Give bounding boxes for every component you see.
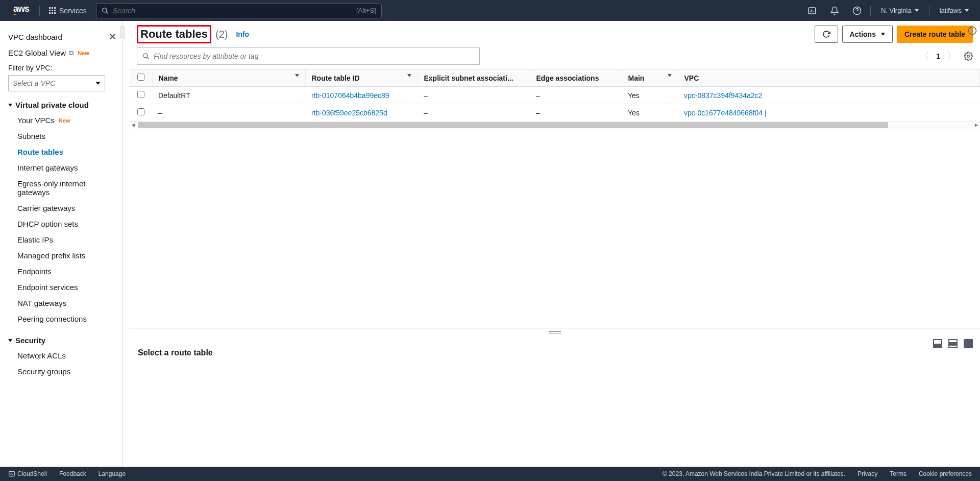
chevron-down-icon [965, 9, 969, 12]
col-name[interactable]: Name [152, 69, 305, 87]
global-search-input[interactable] [113, 7, 352, 15]
new-badge: New [78, 50, 89, 56]
cell-edge: – [530, 87, 622, 104]
sort-icon [295, 74, 299, 77]
horizontal-scrollbar[interactable]: ◄ ► [130, 122, 980, 129]
filter-vpc-placeholder: Select a VPC [13, 79, 55, 87]
actions-button[interactable]: Actions [842, 26, 893, 43]
region-label: N. Virginia [881, 7, 912, 14]
search-shortcut-hint: [Alt+S] [356, 7, 376, 14]
select-all-checkbox[interactable] [137, 74, 144, 81]
footer-cloudshell[interactable]: CloudShell [8, 470, 47, 477]
sidebar-item-internet-gateways[interactable]: Internet gateways [8, 160, 122, 176]
create-route-table-button[interactable]: Create route table [897, 26, 973, 43]
sidebar-item-network-acls[interactable]: Network ACLs [8, 348, 122, 364]
footer-privacy[interactable]: Privacy [857, 470, 877, 477]
svg-point-11 [967, 55, 970, 58]
footer: CloudShell Feedback Language © 2023, Ama… [0, 467, 980, 481]
sidebar-item-endpoints[interactable]: Endpoints [8, 263, 122, 279]
sidebar-item-peering[interactable]: Peering connections [8, 311, 122, 327]
footer-feedback[interactable]: Feedback [59, 470, 86, 477]
account-menu[interactable]: latifaws [934, 7, 975, 14]
close-sidebar-button[interactable]: ✕ [109, 31, 116, 42]
sidebar-item-carrier-gateways[interactable]: Carrier gateways [8, 200, 122, 216]
refresh-icon [822, 30, 830, 38]
sidebar-item-prefix-lists[interactable]: Managed prefix lists [8, 248, 122, 263]
col-route-table-id[interactable]: Route table ID [305, 69, 418, 87]
global-search[interactable]: [Alt+S] [96, 3, 382, 18]
col-vpc[interactable]: VPC [678, 69, 980, 87]
cloudshell-button[interactable] [803, 6, 821, 16]
search-icon [102, 7, 109, 14]
table-filter-input[interactable] [154, 52, 474, 60]
col-explicit-subnet[interactable]: Explicit subnet associati... [418, 69, 530, 87]
footer-language[interactable]: Language [99, 470, 126, 477]
region-selector[interactable]: N. Virginia [875, 7, 925, 14]
footer-cookie[interactable]: Cookie preferences [919, 470, 972, 477]
details-panel-title: Select a route table [138, 348, 972, 357]
scrollbar-thumb[interactable] [138, 122, 888, 128]
sidebar-item-egress-gateways[interactable]: Egress-only internet gateways [8, 176, 122, 200]
search-icon [142, 53, 150, 60]
sidebar-resize-handle[interactable] [122, 21, 130, 467]
services-menu-button[interactable]: Services [45, 5, 91, 17]
col-edge-assoc[interactable]: Edge associations [530, 69, 622, 87]
cell-route-table-id[interactable]: rtb-036f59ee25cb6825d [305, 104, 418, 122]
sidebar-ec2-global[interactable]: EC2 Global View ⧉ New [8, 45, 122, 61]
pager-page: 1 [936, 52, 940, 60]
notifications-button[interactable] [825, 6, 844, 16]
sidebar-item-subnets[interactable]: Subnets [8, 128, 122, 144]
chevron-down-icon [8, 339, 12, 342]
row-checkbox[interactable] [137, 91, 144, 98]
cell-explicit: – [418, 104, 530, 122]
panel-layout-full-button[interactable] [964, 339, 973, 348]
panel-layout-split-button[interactable] [948, 339, 958, 348]
pager-next[interactable]: 〉 [947, 50, 957, 62]
footer-terms[interactable]: Terms [890, 470, 906, 477]
sidebar-item-dhcp[interactable]: DHCP option sets [8, 216, 122, 232]
refresh-button[interactable] [815, 26, 838, 43]
cell-vpc[interactable]: vpc-0837c394f9434a2c2 [678, 87, 980, 104]
panel-layout-bottom-button[interactable] [933, 339, 942, 348]
chevron-down-icon [8, 104, 12, 107]
scroll-left-icon: ◄ [131, 122, 136, 128]
table-filter[interactable] [137, 47, 480, 65]
pager-prev[interactable]: 〈 [920, 50, 929, 62]
sidebar-item-security-groups[interactable]: Security groups [8, 364, 122, 379]
svg-line-10 [147, 57, 149, 59]
sidebar-item-route-tables[interactable]: Route tables [8, 144, 122, 160]
sidebar-vpc-dashboard[interactable]: VPC dashboard [8, 29, 122, 45]
cell-name: DefaultRT [152, 87, 305, 104]
aws-logo[interactable]: aws⌣ [5, 4, 34, 17]
chevron-down-icon [881, 33, 885, 36]
sidebar-section-vpc[interactable]: Virtual private cloud [8, 98, 122, 112]
sidebar: ✕ VPC dashboard EC2 Global View ⧉ New Fi… [0, 21, 122, 467]
sidebar-section-security[interactable]: Security [8, 333, 122, 348]
cell-vpc[interactable]: vpc-0c1677e4849668f04 | [678, 104, 980, 122]
sidebar-item-elastic-ips[interactable]: Elastic IPs [8, 232, 122, 248]
filter-vpc-select[interactable]: Select a VPC [8, 75, 105, 91]
sidebar-item-endpoint-services[interactable]: Endpoint services [8, 279, 122, 295]
sidebar-item-your-vpcs[interactable]: Your VPCs New [8, 112, 122, 128]
info-panel-toggle[interactable] [968, 26, 977, 35]
cell-route-table-id[interactable]: rtb-0107064b4ba99ec89 [305, 87, 418, 104]
services-label: Services [59, 7, 87, 15]
svg-point-9 [143, 54, 148, 58]
resource-count: (2) [215, 29, 228, 40]
route-tables-table: Name Route table ID Explicit subnet asso… [130, 69, 980, 122]
sidebar-item-nat-gateways[interactable]: NAT gateways [8, 295, 122, 311]
filter-vpc-label: Filter by VPC: [8, 64, 122, 72]
page-title: Route tables [137, 25, 211, 43]
new-badge: New [59, 117, 70, 124]
table-settings-button[interactable] [964, 52, 973, 61]
table-row[interactable]: – rtb-036f59ee25cb6825d – – Yes vpc-0c16… [130, 104, 980, 122]
cell-explicit: – [418, 87, 530, 104]
help-button[interactable] [848, 6, 866, 16]
svg-line-1 [106, 11, 108, 13]
main-content: Route tables (2) Info Actions Create rou… [130, 21, 980, 467]
col-main[interactable]: Main [622, 69, 678, 87]
info-link[interactable]: Info [236, 30, 249, 38]
split-panel-handle[interactable] [130, 328, 980, 336]
table-row[interactable]: DefaultRT rtb-0107064b4ba99ec89 – – Yes … [130, 87, 980, 104]
row-checkbox[interactable] [137, 108, 144, 115]
